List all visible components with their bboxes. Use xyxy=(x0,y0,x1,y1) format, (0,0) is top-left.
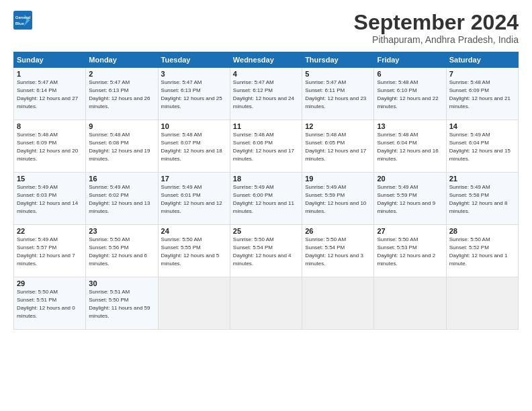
cell-text: Sunrise: 5:48 AMSunset: 6:07 PMDaylight:… xyxy=(161,132,222,161)
day-number: 1 xyxy=(17,70,83,78)
calendar-cell: 6Sunrise: 5:48 AMSunset: 6:10 PMDaylight… xyxy=(374,68,446,120)
day-number: 26 xyxy=(305,227,371,235)
cell-text: Sunrise: 5:47 AMSunset: 6:13 PMDaylight:… xyxy=(89,79,150,109)
calendar-cell: 23Sunrise: 5:50 AMSunset: 5:56 PMDayligh… xyxy=(86,225,158,277)
day-number: 22 xyxy=(17,227,83,235)
day-number: 28 xyxy=(449,227,515,235)
calendar-cell: 17Sunrise: 5:49 AMSunset: 6:01 PMDayligh… xyxy=(158,173,230,225)
calendar-cell: 3Sunrise: 5:47 AMSunset: 6:13 PMDaylight… xyxy=(158,68,230,120)
calendar-cell: 30Sunrise: 5:51 AMSunset: 5:50 PMDayligh… xyxy=(86,277,158,330)
cell-text: Sunrise: 5:50 AMSunset: 5:52 PMDaylight:… xyxy=(449,236,508,266)
svg-text:Blue: Blue xyxy=(15,21,25,26)
cell-text: Sunrise: 5:48 AMSunset: 6:09 PMDaylight:… xyxy=(17,132,78,161)
calendar-cell: 16Sunrise: 5:49 AMSunset: 6:02 PMDayligh… xyxy=(86,173,158,225)
col-monday: Monday xyxy=(86,52,158,68)
day-number: 3 xyxy=(161,70,227,78)
day-number: 19 xyxy=(305,175,371,183)
day-number: 2 xyxy=(89,70,154,78)
day-number: 29 xyxy=(17,279,83,287)
month-title: September 2024 xyxy=(354,11,519,34)
cell-text: Sunrise: 5:47 AMSunset: 6:13 PMDaylight:… xyxy=(161,79,222,109)
day-number: 27 xyxy=(377,227,443,235)
day-number: 21 xyxy=(449,175,515,183)
calendar-cell: 19Sunrise: 5:49 AMSunset: 5:59 PMDayligh… xyxy=(302,173,374,225)
col-wednesday: Wednesday xyxy=(230,52,302,68)
logo: General Blue xyxy=(13,11,32,30)
calendar-cell: 9Sunrise: 5:48 AMSunset: 6:08 PMDaylight… xyxy=(86,120,158,173)
calendar-cell: 29Sunrise: 5:50 AMSunset: 5:51 PMDayligh… xyxy=(14,277,86,330)
day-number: 6 xyxy=(377,70,443,78)
calendar-cell: 21Sunrise: 5:49 AMSunset: 5:58 PMDayligh… xyxy=(446,173,518,225)
calendar-cell: 5Sunrise: 5:47 AMSunset: 6:11 PMDaylight… xyxy=(302,68,374,120)
header: General Blue September 2024 Pithapuram, … xyxy=(13,11,519,45)
svg-text:General: General xyxy=(15,15,31,19)
logo-icon: General Blue xyxy=(13,11,32,30)
day-number: 23 xyxy=(89,227,154,235)
calendar-cell: 28Sunrise: 5:50 AMSunset: 5:52 PMDayligh… xyxy=(446,225,518,277)
day-number: 24 xyxy=(161,227,227,235)
calendar-cell: 22Sunrise: 5:49 AMSunset: 5:57 PMDayligh… xyxy=(14,225,86,277)
day-number: 18 xyxy=(233,175,299,183)
cell-text: Sunrise: 5:49 AMSunset: 6:00 PMDaylight:… xyxy=(233,184,294,214)
calendar-cell: 20Sunrise: 5:49 AMSunset: 5:59 PMDayligh… xyxy=(374,173,446,225)
calendar-cell: 27Sunrise: 5:50 AMSunset: 5:53 PMDayligh… xyxy=(374,225,446,277)
col-sunday: Sunday xyxy=(14,52,86,68)
cell-text: Sunrise: 5:48 AMSunset: 6:05 PMDaylight:… xyxy=(305,132,366,161)
day-number: 16 xyxy=(89,175,154,183)
calendar-cell xyxy=(302,277,374,330)
calendar-cell: 4Sunrise: 5:47 AMSunset: 6:12 PMDaylight… xyxy=(230,68,302,120)
page: General Blue September 2024 Pithapuram, … xyxy=(0,0,532,411)
calendar-cell: 10Sunrise: 5:48 AMSunset: 6:07 PMDayligh… xyxy=(158,120,230,173)
calendar-cell xyxy=(446,277,518,330)
day-number: 25 xyxy=(233,227,299,235)
cell-text: Sunrise: 5:49 AMSunset: 5:58 PMDaylight:… xyxy=(449,184,508,214)
cell-text: Sunrise: 5:49 AMSunset: 6:03 PMDaylight:… xyxy=(17,184,78,214)
cell-text: Sunrise: 5:50 AMSunset: 5:53 PMDaylight:… xyxy=(377,236,435,266)
cell-text: Sunrise: 5:50 AMSunset: 5:54 PMDaylight:… xyxy=(305,236,363,266)
cell-text: Sunrise: 5:50 AMSunset: 5:56 PMDaylight:… xyxy=(89,236,147,266)
calendar-cell: 2Sunrise: 5:47 AMSunset: 6:13 PMDaylight… xyxy=(86,68,158,120)
calendar-row: 1Sunrise: 5:47 AMSunset: 6:14 PMDaylight… xyxy=(14,68,519,120)
col-saturday: Saturday xyxy=(446,52,518,68)
day-number: 4 xyxy=(233,70,299,78)
calendar-row: 8Sunrise: 5:48 AMSunset: 6:09 PMDaylight… xyxy=(14,120,519,173)
calendar-cell: 14Sunrise: 5:49 AMSunset: 6:04 PMDayligh… xyxy=(446,120,518,173)
col-thursday: Thursday xyxy=(302,52,374,68)
title-block: September 2024 Pithapuram, Andhra Prades… xyxy=(354,11,519,45)
day-number: 5 xyxy=(305,70,371,78)
cell-text: Sunrise: 5:49 AMSunset: 5:57 PMDaylight:… xyxy=(17,236,75,266)
calendar-cell: 12Sunrise: 5:48 AMSunset: 6:05 PMDayligh… xyxy=(302,120,374,173)
calendar-cell xyxy=(374,277,446,330)
day-number: 13 xyxy=(377,122,443,130)
day-number: 20 xyxy=(377,175,443,183)
calendar-table: Sunday Monday Tuesday Wednesday Thursday… xyxy=(13,52,519,330)
calendar-cell: 15Sunrise: 5:49 AMSunset: 6:03 PMDayligh… xyxy=(14,173,86,225)
cell-text: Sunrise: 5:49 AMSunset: 5:59 PMDaylight:… xyxy=(377,184,435,214)
day-number: 17 xyxy=(161,175,227,183)
day-number: 7 xyxy=(449,70,515,78)
calendar-cell: 26Sunrise: 5:50 AMSunset: 5:54 PMDayligh… xyxy=(302,225,374,277)
day-number: 12 xyxy=(305,122,371,130)
subtitle: Pithapuram, Andhra Pradesh, India xyxy=(354,34,519,45)
calendar-cell xyxy=(230,277,302,330)
cell-text: Sunrise: 5:48 AMSunset: 6:08 PMDaylight:… xyxy=(89,132,150,161)
cell-text: Sunrise: 5:47 AMSunset: 6:12 PMDaylight:… xyxy=(233,79,294,109)
cell-text: Sunrise: 5:48 AMSunset: 6:06 PMDaylight:… xyxy=(233,132,294,161)
col-tuesday: Tuesday xyxy=(158,52,230,68)
col-friday: Friday xyxy=(374,52,446,68)
cell-text: Sunrise: 5:48 AMSunset: 6:04 PMDaylight:… xyxy=(377,132,438,161)
calendar-row: 29Sunrise: 5:50 AMSunset: 5:51 PMDayligh… xyxy=(14,277,519,330)
calendar-cell xyxy=(158,277,230,330)
calendar-cell: 25Sunrise: 5:50 AMSunset: 5:54 PMDayligh… xyxy=(230,225,302,277)
cell-text: Sunrise: 5:49 AMSunset: 6:01 PMDaylight:… xyxy=(161,184,222,214)
cell-text: Sunrise: 5:48 AMSunset: 6:10 PMDaylight:… xyxy=(377,79,438,109)
cell-text: Sunrise: 5:47 AMSunset: 6:11 PMDaylight:… xyxy=(305,79,366,109)
day-number: 15 xyxy=(17,175,83,183)
calendar-row: 15Sunrise: 5:49 AMSunset: 6:03 PMDayligh… xyxy=(14,173,519,225)
calendar-row: 22Sunrise: 5:49 AMSunset: 5:57 PMDayligh… xyxy=(14,225,519,277)
calendar-cell: 13Sunrise: 5:48 AMSunset: 6:04 PMDayligh… xyxy=(374,120,446,173)
calendar-cell: 24Sunrise: 5:50 AMSunset: 5:55 PMDayligh… xyxy=(158,225,230,277)
day-number: 11 xyxy=(233,122,299,130)
calendar-cell: 1Sunrise: 5:47 AMSunset: 6:14 PMDaylight… xyxy=(14,68,86,120)
calendar-cell: 11Sunrise: 5:48 AMSunset: 6:06 PMDayligh… xyxy=(230,120,302,173)
